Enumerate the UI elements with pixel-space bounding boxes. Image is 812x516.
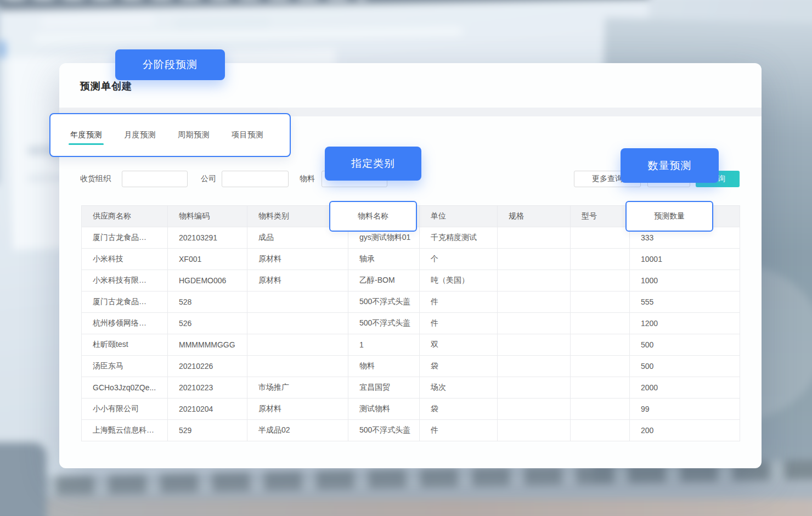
quantity-forecast-badge: 数量预测	[621, 148, 719, 183]
table-row[interactable]: GCHo3Jzq0ZQe...20210223市场推广宜昌国贸场次2000	[82, 377, 740, 399]
table-cell	[247, 356, 348, 377]
table-cell: 99	[630, 399, 740, 420]
table-cell: 测试物料	[348, 399, 420, 420]
table-cell	[247, 334, 348, 356]
table-cell	[571, 377, 630, 399]
tab-项目预测[interactable]: 项目预测	[232, 114, 263, 156]
table-cell: 厦门古龙食品…	[82, 291, 168, 313]
table-cell: 500不浮式头盖	[348, 313, 420, 334]
table-cell: 20210204	[168, 399, 247, 420]
table-cell: 20210223	[168, 377, 247, 399]
table-cell	[571, 334, 630, 356]
table-cell: 个	[420, 249, 498, 270]
tab-group-highlight: 年度预测月度预测周期预测项目预测	[49, 113, 291, 157]
material-label: 物料	[300, 174, 315, 184]
column-header: 供应商名称	[82, 206, 168, 227]
table-row[interactable]: 杜昕颐testMMMMMMGGG1双500	[82, 334, 740, 356]
table-cell: HGDEMO006	[168, 270, 247, 291]
tab-月度预测[interactable]: 月度预测	[124, 114, 156, 156]
table-cell: 500不浮式头盖	[348, 291, 420, 313]
table-cell: 宜昌国贸	[348, 377, 420, 399]
table-cell: 529	[168, 420, 247, 441]
table-cell: 原材料	[247, 249, 348, 270]
table-cell: 526	[168, 313, 247, 334]
table-cell: MMMMMMGGG	[168, 334, 247, 356]
table-cell	[498, 313, 571, 334]
table-cell: 件	[420, 313, 498, 334]
table-row[interactable]: 杭州移领网络…526500不浮式头盖件1200	[82, 313, 740, 334]
table-cell	[498, 249, 571, 270]
company-input[interactable]	[222, 171, 289, 187]
company-label: 公司	[201, 174, 216, 184]
table-cell	[498, 399, 571, 420]
table-cell: 场次	[420, 377, 498, 399]
table-cell: 小米科技	[82, 249, 168, 270]
table-cell	[571, 420, 630, 441]
table-cell: 10001	[630, 249, 740, 270]
table-cell: 202103291	[168, 227, 247, 249]
table-cell	[498, 227, 571, 249]
table-cell: 吨（美国）	[420, 270, 498, 291]
table-row[interactable]: 小米科技XF001原材料轴承个10001	[82, 249, 740, 270]
table-cell: 500	[630, 356, 740, 377]
table-row[interactable]: 上海甄云信息科…529半成品02500不浮式头盖件200	[82, 420, 740, 441]
table-cell: 528	[168, 291, 247, 313]
table-cell: 杭州移领网络…	[82, 313, 168, 334]
table-cell	[571, 399, 630, 420]
table-cell: 件	[420, 291, 498, 313]
table-cell: 200	[630, 420, 740, 441]
table-cell: 千克精度测试	[420, 227, 498, 249]
table-cell: 1	[348, 334, 420, 356]
table-cell: 小米科技有限…	[82, 270, 168, 291]
forecast-qty-column-highlight: 预测数量	[625, 201, 713, 232]
table-cell	[498, 420, 571, 441]
table-cell: 半成品02	[247, 420, 348, 441]
table-cell	[571, 313, 630, 334]
table-cell: 500	[630, 334, 740, 356]
table-cell: 汤臣东马	[82, 356, 168, 377]
forecast-table: 供应商名称物料编码物料类别物料名称单位规格型号预测数量 厦门古龙食品…20210…	[81, 205, 740, 441]
table-cell: 小小有限公司	[82, 399, 168, 420]
table-cell	[247, 291, 348, 313]
table-cell: 双	[420, 334, 498, 356]
receiving-org-input[interactable]	[122, 171, 188, 187]
table-cell	[571, 291, 630, 313]
table-cell	[498, 270, 571, 291]
table-cell: 杜昕颐test	[82, 334, 168, 356]
table-cell	[498, 356, 571, 377]
column-header: 单位	[420, 206, 498, 227]
table-cell	[571, 270, 630, 291]
page-title: 预测单创建	[80, 80, 132, 93]
table-row[interactable]: 小米科技有限…HGDEMO006原材料乙醇-BOM吨（美国）1000	[82, 270, 740, 291]
material-name-column-highlight: 物料名称	[329, 201, 417, 232]
table-cell: 件	[420, 420, 498, 441]
table-cell: XF001	[168, 249, 247, 270]
table-row[interactable]: 汤臣东马20210226物料袋500	[82, 356, 740, 377]
table-cell	[498, 334, 571, 356]
table-cell: 物料	[348, 356, 420, 377]
table-body: 厦门古龙食品…202103291成品gys测试物料01千克精度测试333小米科技…	[82, 227, 740, 441]
table-cell: 厦门古龙食品…	[82, 227, 168, 249]
table-cell: 2000	[630, 377, 740, 399]
specify-category-badge: 指定类别	[325, 147, 421, 181]
table-cell	[571, 227, 630, 249]
table-row[interactable]: 厦门古龙食品…528500不浮式头盖件555	[82, 291, 740, 313]
screen: 预测单创建 收货组织 公司 物料 更多查询 查询 供应商名称物料编码物料类别物料…	[0, 0, 812, 516]
table-cell: 原材料	[247, 270, 348, 291]
table-cell: 原材料	[247, 399, 348, 420]
column-header: 型号	[571, 206, 630, 227]
tab-年度预测[interactable]: 年度预测	[70, 114, 102, 156]
column-header: 规格	[498, 206, 571, 227]
table-cell: 20210226	[168, 356, 247, 377]
column-header: 物料编码	[168, 206, 247, 227]
table-cell: 上海甄云信息科…	[82, 420, 168, 441]
table-row[interactable]: 小小有限公司20210204原材料测试物料袋99	[82, 399, 740, 420]
table-cell: 乙醇-BOM	[348, 270, 420, 291]
table-cell: 轴承	[348, 249, 420, 270]
table-cell: 袋	[420, 399, 498, 420]
tab-周期预测[interactable]: 周期预测	[178, 114, 210, 156]
table-cell	[498, 291, 571, 313]
receiving-org-label: 收货组织	[80, 174, 111, 184]
table-cell	[247, 313, 348, 334]
table-cell	[571, 356, 630, 377]
